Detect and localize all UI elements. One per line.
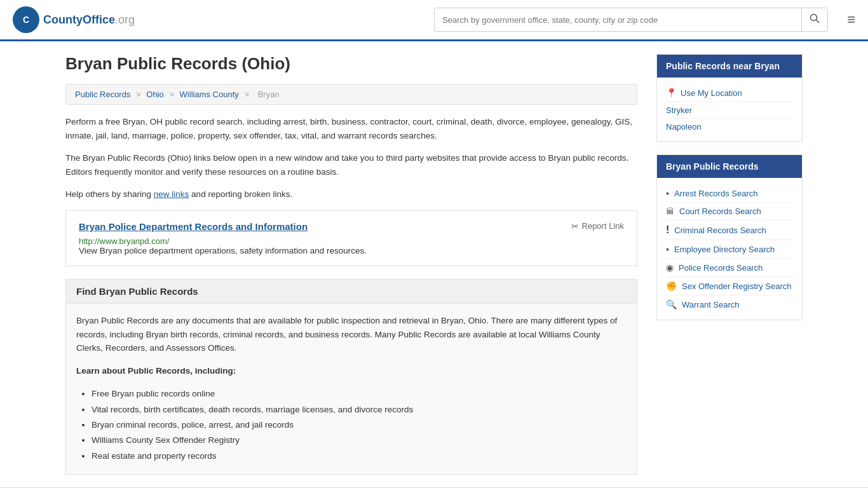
record-title-link[interactable]: Bryan Police Department Records and Info… xyxy=(79,221,308,232)
sex-offender-label: Sex Offender Registry Search xyxy=(682,281,791,291)
near-napoleon-link[interactable]: Napoleon xyxy=(666,119,793,135)
court-icon: 🏛 xyxy=(666,207,674,216)
breadcrumb-sep1: > xyxy=(136,90,143,99)
employee-icon: ▪ xyxy=(666,244,669,254)
near-box-body: 📍 Use My Location Stryker Napoleon xyxy=(657,78,802,141)
list-item: Bryan criminal records, police, arrest, … xyxy=(92,417,627,433)
list-item: Real estate and property records xyxy=(92,449,627,464)
bullet-list: Free Bryan public records online Vital r… xyxy=(76,386,627,463)
logo-icon: C xyxy=(13,6,39,33)
use-location-label: Use My Location xyxy=(681,88,742,98)
svg-text:C: C xyxy=(23,15,29,25)
near-stryker-link[interactable]: Stryker xyxy=(666,102,793,119)
sidebar-arrest-link[interactable]: ▪ Arrest Records Search xyxy=(666,184,793,203)
warrant-label: Warrant Search xyxy=(682,300,740,309)
sidebar-police-link[interactable]: ◉ Police Records Search xyxy=(666,259,793,277)
record-card-header: Bryan Police Department Records and Info… xyxy=(79,221,624,232)
sidebar-sex-offender-link[interactable]: ✊ Sex Offender Registry Search xyxy=(666,277,793,295)
records-box: Bryan Public Records ▪ Arrest Records Se… xyxy=(656,154,803,320)
find-body-text: Bryan Public Records are any documents t… xyxy=(76,314,627,355)
breadcrumb: Public Records > Ohio > Williams County … xyxy=(65,84,637,105)
police-icon: ◉ xyxy=(666,262,674,273)
location-icon: 📍 xyxy=(666,88,677,98)
learn-heading: Learn about Public Records, including: xyxy=(76,364,627,378)
court-label: Court Records Search xyxy=(679,207,761,216)
search-input[interactable] xyxy=(435,10,801,30)
sidebar-court-link[interactable]: 🏛 Court Records Search xyxy=(666,203,793,220)
breadcrumb-williams[interactable]: Williams County xyxy=(180,90,239,99)
list-item: Vital records, birth certificates, death… xyxy=(92,402,627,417)
employee-label: Employee Directory Search xyxy=(674,245,775,254)
near-box: Public Records near Bryan 📍 Use My Locat… xyxy=(656,54,803,142)
content-area: Bryan Public Records (Ohio) Public Recor… xyxy=(65,54,637,475)
breadcrumb-ohio[interactable]: Ohio xyxy=(146,90,163,99)
records-box-header: Bryan Public Records xyxy=(657,155,802,178)
intro-paragraph-3: Help others by sharing new links and rep… xyxy=(65,187,637,201)
record-url[interactable]: http://www.bryanpd.com/ xyxy=(79,236,169,246)
report-link-label: Report Link xyxy=(582,221,624,231)
find-section-body: Bryan Public Records are any documents t… xyxy=(66,304,637,474)
svg-point-2 xyxy=(811,15,817,21)
sidebar-criminal-link[interactable]: ! Criminal Records Search xyxy=(666,220,793,240)
sex-offender-icon: ✊ xyxy=(666,281,677,291)
sidebar: Public Records near Bryan 📍 Use My Locat… xyxy=(656,54,803,475)
arrest-label: Arrest Records Search xyxy=(674,189,758,198)
search-button[interactable] xyxy=(801,8,827,31)
intro-paragraph-2: The Bryan Public Records (Ohio) links be… xyxy=(65,151,637,179)
search-bar xyxy=(434,8,828,32)
criminal-label: Criminal Records Search xyxy=(674,226,766,235)
breadcrumb-sep2: > xyxy=(169,90,176,99)
report-icon: ✂ xyxy=(571,221,579,231)
record-description: View Bryan police department operations,… xyxy=(79,246,624,255)
breadcrumb-sep3: > xyxy=(244,90,251,99)
find-section-header: Find Bryan Public Records xyxy=(66,280,637,304)
record-card: Bryan Police Department Records and Info… xyxy=(65,210,637,266)
criminal-icon: ! xyxy=(666,224,669,236)
main-container: Bryan Public Records (Ohio) Public Recor… xyxy=(53,41,815,487)
breadcrumb-bryan: Bryan xyxy=(258,90,280,99)
list-item: Williams County Sex Offender Registry xyxy=(92,433,627,448)
svg-line-3 xyxy=(817,20,820,24)
arrest-icon: ▪ xyxy=(666,188,669,198)
logo-text: CountyOffice.org xyxy=(43,13,135,27)
records-box-body: ▪ Arrest Records Search 🏛 Court Records … xyxy=(657,178,802,320)
police-label: Police Records Search xyxy=(679,263,763,273)
sidebar-warrant-link[interactable]: 🔍 Warrant Search xyxy=(666,295,793,313)
new-links-link[interactable]: new links xyxy=(154,189,189,199)
use-location-link[interactable]: 📍 Use My Location xyxy=(666,84,793,102)
logo-link[interactable]: C CountyOffice.org xyxy=(13,6,135,33)
sidebar-employee-link[interactable]: ▪ Employee Directory Search xyxy=(666,240,793,259)
warrant-icon: 🔍 xyxy=(666,299,677,309)
page-title: Bryan Public Records (Ohio) xyxy=(65,54,637,74)
find-section: Find Bryan Public Records Bryan Public R… xyxy=(65,279,637,475)
list-item: Free Bryan public records online xyxy=(92,386,627,402)
breadcrumb-public-records[interactable]: Public Records xyxy=(75,90,130,99)
near-box-header: Public Records near Bryan xyxy=(657,55,802,78)
intro-paragraph-1: Perform a free Bryan, OH public record s… xyxy=(65,115,637,142)
header: C CountyOffice.org ≡ xyxy=(0,0,868,41)
report-link[interactable]: ✂ Report Link xyxy=(571,221,624,231)
menu-icon[interactable]: ≡ xyxy=(847,11,855,28)
